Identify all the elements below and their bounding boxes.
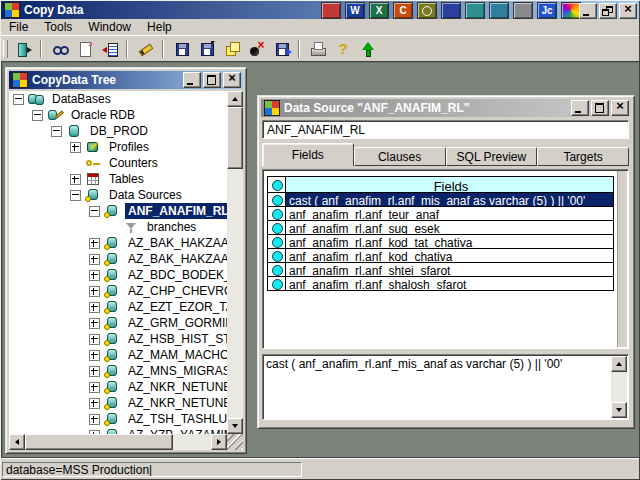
system-menu-icon[interactable] — [264, 100, 280, 116]
scroll-down-button[interactable] — [227, 418, 243, 434]
minimize-button[interactable] — [571, 100, 589, 116]
tree-expander[interactable] — [51, 126, 62, 137]
tree-horizontal-scrollbar[interactable] — [9, 434, 227, 450]
resize-grip[interactable] — [227, 434, 243, 450]
tree-item[interactable]: Oracle RDB — [9, 107, 227, 123]
scroll-up-button[interactable] — [227, 91, 243, 107]
maximize-button[interactable] — [591, 100, 609, 116]
tree-expander[interactable] — [13, 94, 24, 105]
lightning-icon[interactable] — [513, 2, 533, 19]
jc-icon[interactable]: Jc — [537, 2, 557, 19]
tree-item[interactable]: AZ_BDC_BODEK_C — [9, 267, 227, 283]
tree-item[interactable]: AZ_BAK_HAKZAA_R — [9, 251, 227, 267]
excel-icon[interactable]: X — [369, 2, 389, 19]
expression-text[interactable]: cast ( anf_anafim_rl.anf_mis_anaf as var… — [266, 357, 610, 417]
data-source-title-bar[interactable]: Data Source "ANF_ANAFIM_RL" — [261, 99, 631, 117]
tree-item[interactable]: Counters — [9, 155, 227, 171]
refresh-tree-button[interactable] — [355, 38, 380, 60]
tree-expander[interactable] — [89, 286, 100, 297]
tab[interactable]: SQL Preview — [446, 147, 538, 166]
scroll-down-button[interactable] — [611, 402, 627, 418]
restore-button[interactable] — [599, 3, 617, 19]
tree-item[interactable]: Data Sources — [9, 187, 227, 203]
grid-row[interactable]: anf_anafim_rl.anf_kod_tat_chativa — [267, 234, 614, 249]
tree-item[interactable]: AZ_CHP_CHEVROT — [9, 283, 227, 299]
save-as-button[interactable] — [194, 38, 219, 60]
scroll-up-button[interactable] — [611, 356, 627, 372]
grid-row[interactable]: anf_anafim_rl.anf_kod_chativa — [267, 248, 614, 263]
tab[interactable]: Fields — [262, 143, 354, 166]
tree-expander[interactable] — [89, 238, 100, 249]
tree-expander[interactable] — [89, 382, 100, 393]
scroll-thumb[interactable] — [25, 434, 173, 450]
clock-icon[interactable] — [417, 2, 437, 19]
help-button[interactable] — [330, 38, 355, 60]
close-button[interactable] — [619, 3, 637, 19]
grid-cell[interactable]: anf_anafim_rl.anf_shtei_sfarot — [285, 262, 614, 277]
pinwheel-icon[interactable] — [561, 2, 581, 19]
grid-cell[interactable]: anf_anafim_rl.anf_sug_esek — [285, 220, 614, 235]
tree-item[interactable]: AZ_TSH_TASHLUM — [9, 411, 227, 427]
tree-expander[interactable] — [89, 270, 100, 281]
minimize-button[interactable] — [579, 3, 597, 19]
menu-item[interactable]: File — [1, 19, 36, 35]
schedule-icon[interactable]: C — [393, 2, 413, 19]
delete-button[interactable] — [244, 38, 269, 60]
search-icon[interactable] — [489, 2, 509, 19]
paint-icon[interactable] — [465, 2, 485, 19]
menu-item[interactable]: Tools — [36, 19, 80, 35]
close-button[interactable] — [611, 100, 629, 116]
tree-expander[interactable] — [70, 190, 81, 201]
grid-cell[interactable]: anf_anafim_rl.anf_kod_chativa — [285, 248, 614, 263]
grid-row[interactable]: anf_anafim_rl.anf_shalosh_sfarot — [267, 276, 614, 291]
main-title-bar[interactable]: Copy Data WXCJc — [1, 1, 639, 19]
print-button[interactable] — [305, 38, 330, 60]
tree-item[interactable]: ANF_ANAFIM_RL — [9, 203, 227, 219]
close-button[interactable] — [223, 72, 241, 88]
word-icon[interactable]: W — [345, 2, 365, 19]
grid-cell[interactable]: cast ( anf_anafim_rl.anf_mis_anaf as var… — [285, 192, 614, 207]
grid-scrollbar-track[interactable] — [617, 171, 627, 347]
scroll-right-button[interactable] — [211, 434, 227, 450]
tree-window-title-bar[interactable]: CopyData Tree — [9, 71, 243, 89]
menu-item[interactable]: Window — [80, 19, 139, 35]
tab[interactable]: Targets — [537, 147, 629, 166]
tree-item[interactable]: branches — [9, 219, 227, 235]
grid-cell[interactable]: anf_anafim_rl.anf_teur_anaf — [285, 206, 614, 221]
system-menu-icon[interactable] — [12, 72, 28, 88]
copy-button[interactable] — [219, 38, 244, 60]
find-button[interactable] — [47, 38, 72, 60]
grid-row[interactable]: anf_anafim_rl.anf_sug_esek — [267, 220, 614, 235]
tree-expander[interactable] — [89, 302, 100, 313]
save-button[interactable] — [169, 38, 194, 60]
exit-button[interactable] — [11, 38, 36, 60]
tree-item[interactable]: AZ_HSB_HIST_STA — [9, 331, 227, 347]
grid-cell[interactable]: anf_anafim_rl.anf_kod_tat_chativa — [285, 234, 614, 249]
tree-expander[interactable] — [89, 334, 100, 345]
tree-item[interactable]: AZ_NKR_NETUNEI_ — [9, 395, 227, 411]
tree-item[interactable]: AZ_YZB_YAZAMIM — [9, 427, 227, 434]
grid-row[interactable]: anf_anafim_rl.anf_shtei_sfarot — [267, 262, 614, 277]
scroll-left-button[interactable] — [9, 434, 25, 450]
tree-item[interactable]: DataBases — [9, 91, 227, 107]
tree-expander[interactable] — [89, 206, 100, 217]
expression-scrollbar[interactable] — [611, 356, 627, 418]
save-append-button[interactable] — [269, 38, 294, 60]
minimize-button[interactable] — [183, 72, 201, 88]
scroll-thumb[interactable] — [227, 107, 243, 169]
new-button[interactable] — [72, 38, 97, 60]
tree-item[interactable]: AZ_BAK_HAKZAA_R — [9, 235, 227, 251]
tree-expander[interactable] — [89, 366, 100, 377]
tree-expander[interactable] — [89, 318, 100, 329]
tree-item[interactable]: AZ_NKR_NETUNEI_ — [9, 379, 227, 395]
toolbar-grip[interactable] — [3, 40, 8, 58]
colors-grid-icon[interactable] — [321, 2, 341, 19]
app-icon[interactable] — [4, 2, 20, 18]
tree-expander[interactable] — [70, 174, 81, 185]
tree-item[interactable]: Profiles — [9, 139, 227, 155]
tree-item[interactable]: AZ_MAM_MACHOZ_ — [9, 347, 227, 363]
tree-expander[interactable] — [70, 142, 81, 153]
tree-item[interactable]: AZ_GRM_GORMIM_ — [9, 315, 227, 331]
tree-item[interactable]: Tables — [9, 171, 227, 187]
insert-button[interactable] — [97, 38, 122, 60]
